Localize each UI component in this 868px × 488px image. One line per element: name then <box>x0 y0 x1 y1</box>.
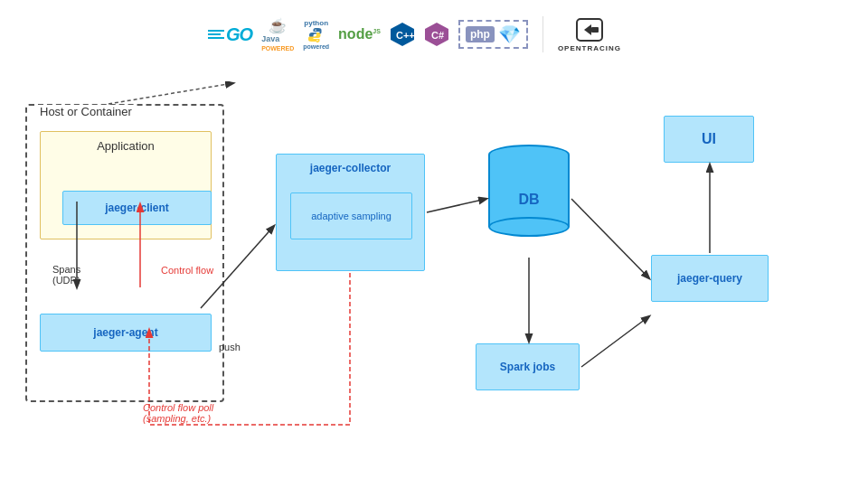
push-label: push <box>219 342 241 352</box>
jaeger-query-box: jaeger-query <box>651 255 769 302</box>
jaeger-client-box: jaeger-client <box>62 191 212 225</box>
php-ruby-box: php 💎 <box>458 20 528 49</box>
jaeger-agent-box: jaeger-agent <box>40 314 212 352</box>
application-box: Application jaeger-client <box>40 131 212 239</box>
application-label: Application <box>41 132 211 156</box>
database-container: DB <box>488 145 570 237</box>
architecture-diagram: Host or Container Application jaeger-cli… <box>9 81 859 470</box>
svg-line-10 <box>427 199 486 212</box>
csharp-logo: C# <box>424 22 449 47</box>
svg-rect-5 <box>591 27 599 33</box>
db-bottom <box>488 217 570 237</box>
host-container-box: Host or Container Application jaeger-cli… <box>25 104 224 402</box>
python-logo: python powered <box>303 19 329 50</box>
db-body <box>488 155 570 227</box>
jaeger-query-label: jaeger-query <box>677 272 742 285</box>
adaptive-sampling-label: adaptive sampling <box>311 211 392 221</box>
ui-label: UI <box>702 131 716 147</box>
svg-text:C#: C# <box>431 30 444 41</box>
opentracing-logo: OPENTRACING <box>558 17 621 52</box>
control-flow-label: Control flow <box>161 264 213 277</box>
spans-udp-label: Spans (UDP) <box>52 264 80 286</box>
node-logo: nodeJS <box>338 26 381 42</box>
adaptive-sampling-box: adaptive sampling <box>290 192 412 239</box>
db-label: DB <box>488 192 570 208</box>
separator <box>542 16 543 52</box>
logos-bar: GO ☕ JavaPOWERED python powered nodeJS C… <box>208 16 621 52</box>
svg-line-6 <box>108 83 233 104</box>
jaeger-client-label: jaeger-client <box>105 202 169 214</box>
spark-jobs-box: Spark jobs <box>476 343 580 390</box>
svg-text:C++: C++ <box>396 30 415 41</box>
ui-box: UI <box>664 116 754 163</box>
host-label: Host or Container <box>36 105 136 118</box>
java-logo: ☕ JavaPOWERED <box>261 17 294 52</box>
jaeger-agent-label: jaeger-agent <box>93 326 157 339</box>
jaeger-collector-label: jaeger-collector <box>277 155 424 180</box>
control-flow-poll-label: Control flow poll (sampling, etc.) <box>143 402 213 424</box>
db-cylinder <box>488 145 570 237</box>
ruby-logo: 💎 <box>498 23 521 45</box>
jaeger-collector-box: jaeger-collector adaptive sampling <box>276 154 425 271</box>
spark-jobs-label: Spark jobs <box>500 361 555 373</box>
svg-line-12 <box>571 199 649 278</box>
go-logo: GO <box>208 24 252 45</box>
cpp-logo: C++ <box>390 22 415 47</box>
svg-line-13 <box>581 316 649 367</box>
